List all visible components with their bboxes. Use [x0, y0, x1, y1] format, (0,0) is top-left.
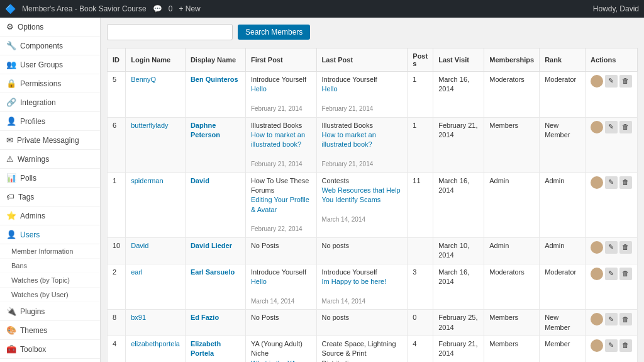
cell-login[interactable]: elizabethportela: [131, 339, 180, 349]
cell-first-post-link[interactable]: Hello: [251, 277, 311, 286]
sidebar-item-profiles[interactable]: 👤 Profiles: [0, 112, 100, 131]
cell-display[interactable]: Daphne Peterson: [191, 121, 240, 140]
cell-actions: ✎ 🗑: [591, 313, 632, 325]
cell-rank: Admin: [545, 177, 564, 184]
sidebar-item-themes[interactable]: 🎨 Themes: [0, 321, 100, 340]
sidebar-item-users[interactable]: 👤 Users: [0, 225, 100, 244]
cell-first-post-title: YA (Young Adult) Niche: [251, 340, 303, 357]
plugins-icon: 🔌: [6, 307, 16, 316]
sidebar-sub-member-information[interactable]: Member Information: [0, 244, 100, 259]
sidebar-item-components[interactable]: 🔧 Components: [0, 37, 100, 55]
delete-icon[interactable]: 🗑: [619, 339, 632, 352]
cell-posts: 0: [413, 314, 416, 321]
sidebar-item-label: Polls: [20, 174, 36, 183]
avatar: [591, 121, 603, 133]
cell-display[interactable]: David: [191, 176, 240, 186]
cell-last-post-date: March 14, 2014: [322, 298, 366, 305]
delete-icon[interactable]: 🗑: [619, 313, 632, 325]
cell-last-visit: March 16, 2014: [438, 177, 469, 194]
cell-login[interactable]: spiderman: [131, 176, 180, 186]
cell-last-post-link[interactable]: How to market an illustrated book?: [322, 130, 402, 150]
cell-first-post-link[interactable]: Editing Your Profile & Avatar: [251, 195, 311, 215]
delete-icon[interactable]: 🗑: [619, 268, 632, 280]
cell-actions: ✎ 🗑: [591, 339, 632, 352]
cell-display[interactable]: Ed Fazio: [191, 313, 240, 322]
cell-last-post-link[interactable]: Web Resources that Help You Identify Sca…: [322, 186, 402, 205]
cell-first-post-title: No Posts: [251, 242, 279, 249]
sidebar-item-polls[interactable]: 📊 Polls: [0, 169, 100, 188]
new-label[interactable]: + New: [179, 4, 200, 13]
edit-icon[interactable]: ✎: [605, 121, 618, 133]
main-content: Search Members ID Login Name Display Nam…: [101, 18, 644, 362]
layout: ⚙ Options 🔧 Components 👥 User Groups 🔒 P…: [0, 18, 644, 362]
sidebar-item-label: Users: [20, 230, 40, 239]
sidebar-sub-bans[interactable]: Bans: [0, 259, 100, 273]
col-login: Login Name: [126, 48, 186, 72]
sidebar-item-admins[interactable]: ⭐ Admins: [0, 206, 100, 225]
cell-memberships: Moderators: [489, 268, 525, 276]
edit-icon[interactable]: ✎: [605, 313, 618, 325]
cell-rank: New Member: [545, 122, 570, 139]
integration-icon: 🔗: [6, 98, 16, 107]
cell-display[interactable]: Earl Sarsuelo: [191, 268, 240, 277]
edit-icon[interactable]: ✎: [605, 176, 618, 189]
table-row: 4elizabethportelaElizabeth PortelaYA (Yo…: [108, 336, 638, 362]
edit-icon[interactable]: ✎: [605, 75, 618, 88]
sidebar-item-private-messaging[interactable]: ✉ Private Messaging: [0, 131, 100, 150]
cell-posts: 4: [413, 340, 416, 348]
cell-login[interactable]: David: [131, 241, 180, 251]
sidebar-item-label: Warnings: [18, 155, 49, 164]
sidebar-item-tags[interactable]: 🏷 Tags: [0, 188, 100, 206]
search-members-button[interactable]: Search Members: [238, 25, 310, 40]
wp-logo: 🔷: [5, 4, 16, 14]
sidebar-item-warnings[interactable]: ⚠ Warnings: [0, 150, 100, 169]
warnings-icon: ⚠: [6, 154, 14, 164]
edit-icon[interactable]: ✎: [605, 268, 618, 280]
cell-last-post-title: Illustrated Books: [322, 122, 373, 129]
delete-icon[interactable]: 🗑: [619, 75, 632, 88]
col-last-visit: Last Visit: [433, 48, 484, 72]
sidebar-sub-watches-user[interactable]: Watches (by User): [0, 288, 100, 302]
cell-last-post-title: No posts: [322, 314, 349, 321]
search-input[interactable]: [107, 24, 233, 40]
delete-icon[interactable]: 🗑: [619, 121, 632, 133]
sidebar-item-toolbox[interactable]: 🧰 Toolbox: [0, 340, 100, 359]
cell-first-post-date: February 21, 2014: [251, 161, 303, 167]
delete-icon[interactable]: 🗑: [619, 241, 632, 254]
cell-last-post-link[interactable]: Im Happy to be here!: [322, 277, 402, 286]
cell-id: 1: [113, 177, 116, 184]
cell-rank: Admin: [545, 242, 564, 249]
cell-last-post-date: February 21, 2014: [322, 105, 374, 112]
sidebar-item-permissions[interactable]: 🔒 Permissions: [0, 74, 100, 93]
cell-login[interactable]: earl: [131, 268, 180, 277]
sidebar-item-options[interactable]: ⚙ Options: [0, 18, 100, 37]
cell-first-post-title: No Posts: [251, 314, 279, 321]
cell-display[interactable]: David Lieder: [191, 241, 240, 251]
col-first-post: First Post: [245, 48, 316, 72]
sidebar-item-integration[interactable]: 🔗 Integration: [0, 93, 100, 112]
cell-display[interactable]: Ben Quinteros: [191, 75, 240, 84]
cell-first-post-link[interactable]: How to market an illustrated book?: [251, 130, 311, 150]
sidebar-item-plugins[interactable]: 🔌 Plugins: [0, 302, 100, 321]
cell-last-visit: March 10, 2014: [438, 242, 469, 259]
cell-last-post-title: Introduce Yourself: [322, 268, 377, 276]
delete-icon[interactable]: 🗑: [619, 176, 632, 189]
cell-last-post-link[interactable]: Hello: [322, 84, 402, 94]
cell-last-visit: March 16, 2014: [438, 76, 469, 93]
edit-icon[interactable]: ✎: [605, 339, 618, 352]
table-row: 8bx91Ed FazioNo PostsNo posts0February 2…: [108, 310, 638, 336]
cell-actions: ✎ 🗑: [591, 176, 632, 189]
cell-login[interactable]: bx91: [131, 313, 180, 322]
cell-first-post-link[interactable]: Hello: [251, 84, 311, 94]
sidebar-item-label: Integration: [20, 98, 56, 107]
cell-memberships: Members: [489, 314, 518, 321]
edit-icon[interactable]: ✎: [605, 241, 618, 254]
cell-display[interactable]: Elizabeth Portela: [191, 339, 240, 359]
cell-first-post-date: March 14, 2014: [251, 298, 295, 305]
sidebar-item-user-groups[interactable]: 👥 User Groups: [0, 55, 100, 74]
cell-memberships: Members: [489, 122, 518, 129]
cell-login[interactable]: butterflylady: [131, 121, 180, 130]
cell-login[interactable]: BennyQ: [131, 75, 180, 84]
sidebar-sub-watches-topic[interactable]: Watches (by Topic): [0, 273, 100, 288]
cell-first-post-link[interactable]: What is the YA niche: [251, 359, 311, 362]
